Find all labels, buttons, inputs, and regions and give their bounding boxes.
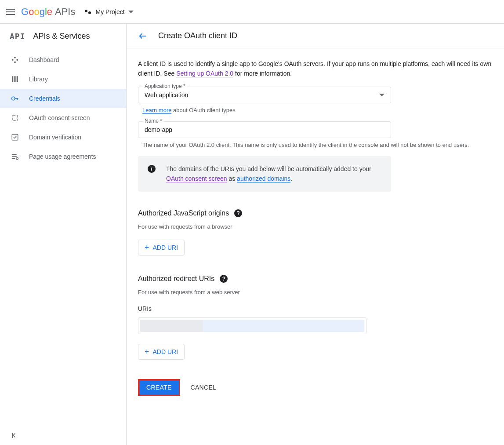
authorized-domains-link[interactable]: authorized domains (237, 175, 290, 182)
svg-rect-8 (15, 98, 18, 99)
sidebar-title: APIs & Services (33, 32, 90, 41)
sidebar-item-oauth-consent[interactable]: OAuth consent screen (0, 108, 126, 128)
svg-point-0 (14, 57, 16, 58)
page-title: Create OAuth client ID (158, 31, 237, 40)
logo-apis-label: APIs (55, 6, 75, 18)
svg-rect-6 (17, 76, 18, 82)
caret-down-icon (128, 11, 134, 13)
sidebar-item-label: Domain verification (29, 134, 81, 141)
field-label: Name * (143, 118, 164, 124)
google-apis-logo[interactable]: Google APIs (21, 6, 75, 18)
svg-point-3 (14, 61, 16, 63)
oauth-consent-link[interactable]: OAuth consent screen (166, 175, 227, 182)
plus-icon: + (145, 348, 149, 356)
create-button[interactable]: CREATE (138, 379, 180, 396)
library-icon (11, 75, 19, 84)
application-type-select[interactable]: Application type * Web application (138, 87, 391, 103)
add-uri-js-button[interactable]: + ADD URI (138, 240, 185, 255)
name-field: Name * (138, 121, 391, 138)
setting-up-oauth-link[interactable]: Setting up OAuth 2.0 (176, 70, 233, 77)
sidebar-item-label: OAuth consent screen (29, 114, 90, 121)
sidebar-item-label: Dashboard (29, 56, 59, 63)
svg-rect-9 (17, 98, 18, 100)
svg-rect-12 (12, 154, 17, 155)
uri-redacted-bar (140, 320, 364, 332)
learn-more-link[interactable]: Learn more (142, 107, 171, 114)
info-text: The domains of the URIs you add below wi… (166, 164, 381, 184)
hamburger-menu-icon[interactable] (5, 7, 16, 17)
form-actions: CREATE CANCEL (138, 379, 493, 396)
arrow-left-icon (138, 31, 148, 41)
svg-point-15 (16, 157, 18, 160)
uri-input-row[interactable] (138, 317, 366, 334)
sidebar-item-credentials[interactable]: Credentials (0, 89, 126, 108)
sidebar-item-page-usage[interactable]: Page usage agreements (0, 147, 126, 166)
app-type-helper: Learn more about OAuth client types (142, 107, 493, 113)
sidebar-item-label: Page usage agreements (29, 153, 96, 160)
application-type-value: Web application (145, 91, 188, 98)
back-arrow-button[interactable] (138, 31, 148, 41)
main-content: Create OAuth client ID A client ID is us… (127, 24, 504, 445)
field-label: Application type * (143, 83, 187, 89)
project-icon (85, 8, 92, 15)
add-uri-redirect-button[interactable]: + ADD URI (138, 344, 185, 360)
name-helper: The name of your OAuth 2.0 client. This … (142, 142, 493, 148)
caret-down-icon (379, 94, 384, 96)
plus-icon: + (145, 244, 149, 252)
sidebar-item-domain-verification[interactable]: Domain verification (0, 128, 126, 147)
help-icon[interactable]: ? (234, 209, 242, 217)
svg-rect-5 (15, 76, 16, 82)
svg-rect-11 (12, 134, 18, 140)
intro-text: A client ID is used to identify a single… (138, 59, 493, 79)
sidebar-item-library[interactable]: Library (0, 69, 126, 89)
uris-label: URIs (138, 305, 493, 312)
sidebar-item-label: Credentials (29, 95, 60, 102)
name-input[interactable] (145, 126, 384, 133)
svg-point-7 (12, 97, 15, 100)
cancel-button[interactable]: CANCEL (191, 384, 217, 391)
application-type-field: Application type * Web application (138, 87, 391, 103)
collapse-icon (11, 431, 18, 439)
info-box: i The domains of the URIs you add below … (138, 156, 391, 192)
sidebar-item-label: Library (29, 76, 48, 83)
api-badge: API (10, 32, 25, 41)
svg-rect-14 (12, 158, 15, 159)
project-selector[interactable]: My Project (85, 8, 133, 15)
agreements-icon (11, 152, 19, 161)
project-name: My Project (95, 8, 124, 15)
redirect-uris-title: Authorized redirect URIs ? (138, 275, 493, 283)
main-header: Create OAuth client ID (127, 24, 504, 48)
check-icon (11, 133, 19, 142)
sidebar-item-dashboard[interactable]: Dashboard (0, 50, 126, 69)
svg-rect-4 (12, 76, 13, 82)
js-origins-subtitle: For use with requests from a browser (138, 223, 493, 230)
help-icon[interactable]: ? (220, 275, 228, 283)
dashboard-icon (11, 55, 19, 64)
svg-point-2 (16, 59, 18, 61)
svg-point-1 (12, 59, 14, 61)
svg-rect-10 (12, 115, 18, 120)
consent-icon (11, 113, 19, 122)
sidebar: API APIs & Services Dashboard Library Cr… (0, 24, 127, 445)
info-icon: i (148, 165, 156, 173)
key-icon (11, 94, 19, 103)
sidebar-header: API APIs & Services (0, 24, 126, 48)
svg-rect-13 (12, 156, 17, 157)
topbar: Google APIs My Project (0, 0, 504, 24)
collapse-sidebar-button[interactable] (0, 426, 126, 445)
js-origins-title: Authorized JavaScript origins ? (138, 209, 493, 217)
redirect-uris-subtitle: For use with requests from a web server (138, 289, 493, 295)
